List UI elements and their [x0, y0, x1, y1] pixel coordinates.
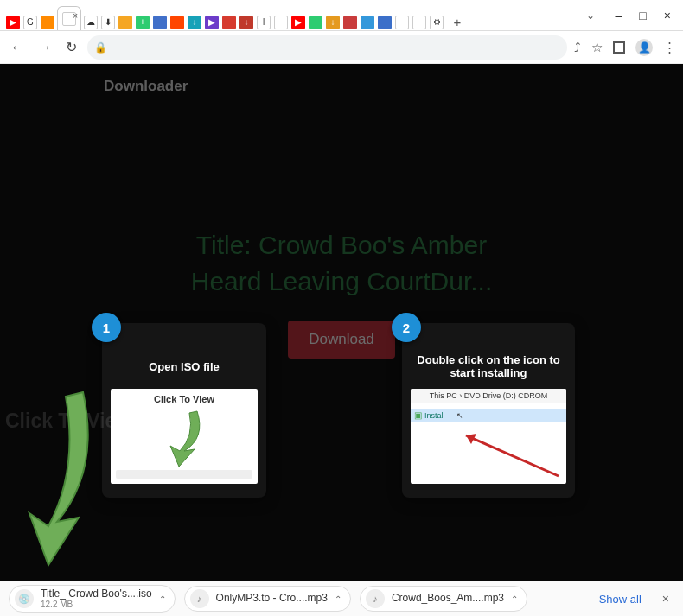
step2-breadcrumb: This PC › DVD Drive (D:) CDROM	[411, 389, 566, 403]
browser-tab-plus[interactable]: +	[135, 15, 150, 30]
browser-tab-grid[interactable]	[152, 15, 168, 30]
browser-tab-l[interactable]: l	[256, 15, 271, 30]
cloud-2-favicon-icon: ⬇	[101, 16, 115, 29]
download-filesize: 12.2 MB	[41, 600, 152, 609]
file-icon: 💿	[15, 589, 34, 608]
minimize-button[interactable]: –	[616, 9, 622, 22]
browser-tab-rss[interactable]	[40, 15, 55, 30]
download-filename: Crowd_Boos_Am....mp3	[392, 593, 504, 604]
down-orange-favicon-icon: ↓	[326, 16, 340, 29]
yt2-favicon-icon: ▶	[291, 16, 305, 29]
ym-favicon-icon	[343, 16, 357, 29]
youtube-favicon-icon: ▶	[6, 16, 20, 29]
gear-favicon-icon: ⚙	[430, 16, 444, 29]
browser-tab-youtube[interactable]: ▶	[5, 15, 21, 30]
browser-tab-down-teal[interactable]: ↓	[187, 15, 202, 30]
browser-tab-star[interactable]	[118, 15, 133, 30]
show-all-button[interactable]: Show all	[592, 589, 648, 609]
cloud-1-favicon-icon: ☁	[84, 16, 98, 29]
browser-tab-cloud-2[interactable]: ⬇	[100, 15, 116, 30]
page-content: Downloader Title: Crowd Boo's Amber Hear…	[0, 64, 683, 581]
mini-arrow-icon	[158, 408, 210, 468]
plus-favicon-icon: +	[136, 16, 150, 29]
grid-favicon-icon	[153, 16, 167, 29]
browser-tab-opera[interactable]	[221, 15, 237, 30]
browser-tab-cloud-1[interactable]: ☁	[83, 15, 99, 30]
big-arrow-icon	[5, 384, 109, 574]
download-item[interactable]: ♪OnlyMP3.to - Cro....mp3⌃	[184, 586, 351, 612]
bookmark-star-icon[interactable]: ☆	[591, 40, 603, 55]
download-filename: Title_ Crowd Boo's....iso	[41, 588, 152, 600]
step-image-2: This PC › DVD Drive (D:) CDROM Install↖	[411, 389, 566, 484]
window-title-bar: ▶G×☁⬇+↓▶↓l▶↓⚙+ ⌄ – □ ×	[0, 0, 683, 31]
download-menu-chevron-icon[interactable]: ⌃	[159, 594, 166, 604]
forward-button[interactable]: →	[35, 38, 55, 57]
globe-2-favicon-icon	[395, 16, 409, 29]
browser-tab-down-red[interactable]: ↓	[239, 15, 254, 30]
tab-strip: ▶G×☁⬇+↓▶↓l▶↓⚙+	[0, 1, 586, 30]
browser-tab-active[interactable]: ×	[57, 6, 81, 30]
browser-tab-google[interactable]: G	[22, 15, 38, 30]
file-icon: ♪	[190, 589, 209, 608]
green-favicon-icon	[309, 16, 322, 29]
browser-tab-globe-3[interactable]	[412, 15, 427, 30]
step-title-2: Double click on the icon to start instal…	[411, 352, 566, 380]
step-card-1: 1 Open ISO file Click To View	[102, 323, 266, 498]
toolbar-right: ⤴ ☆ 👤 ⋮	[574, 39, 676, 56]
browser-tab-globe-2[interactable]	[394, 15, 410, 30]
reddit-favicon-icon	[170, 16, 184, 29]
window-controls: – □ ×	[603, 9, 683, 22]
kebab-menu-icon[interactable]: ⋮	[663, 40, 676, 55]
sidepanel-icon[interactable]	[613, 41, 625, 54]
downloads-shelf: 💿Title_ Crowd Boo's....iso12.2 MB⌃♪OnlyM…	[0, 581, 683, 616]
share-icon[interactable]: ⤴	[574, 40, 581, 54]
opera-favicon-icon	[222, 16, 236, 29]
svg-line-0	[466, 435, 559, 476]
download-item[interactable]: 💿Title_ Crowd Boo's....iso12.2 MB⌃	[9, 585, 176, 613]
maximize-button[interactable]: □	[639, 9, 646, 22]
browser-tab-ym[interactable]	[342, 15, 358, 30]
browser-tab-globe-1[interactable]	[273, 15, 289, 30]
close-shelf-button[interactable]: ×	[657, 590, 674, 607]
close-window-button[interactable]: ×	[664, 9, 671, 22]
reload-button[interactable]: ↻	[62, 37, 80, 57]
globe-3-favicon-icon	[412, 16, 426, 29]
browser-tab-down-orange[interactable]: ↓	[325, 15, 341, 30]
step-title-1: Open ISO file	[111, 352, 258, 380]
step-badge-1: 1	[92, 313, 121, 342]
download-item[interactable]: ♪Crowd_Boos_Am....mp3⌃	[360, 586, 527, 612]
cloud-3-favicon-icon	[361, 16, 374, 29]
play-favicon-icon: ▶	[205, 16, 219, 29]
download-menu-chevron-icon[interactable]: ⌃	[335, 594, 342, 604]
step-badge-2: 2	[392, 313, 421, 342]
step-image-1: Click To View	[111, 389, 258, 484]
browser-tab-yt2[interactable]: ▶	[290, 15, 306, 30]
browser-tab-reddit[interactable]	[169, 15, 185, 30]
lock-icon: 🔒	[94, 41, 107, 54]
browser-tab-gear[interactable]: ⚙	[429, 15, 444, 30]
browser-tab-cloud-3[interactable]	[360, 15, 375, 30]
globe-1-favicon-icon	[274, 16, 288, 29]
step1-inner-label: Click To View	[154, 394, 214, 404]
bold-favicon-icon	[378, 16, 392, 29]
red-arrow-icon	[450, 429, 563, 480]
url-input[interactable]: 🔒	[87, 35, 567, 60]
down-red-favicon-icon: ↓	[239, 16, 253, 29]
close-tab-icon[interactable]: ×	[73, 11, 78, 21]
step2-row: Install↖	[411, 409, 566, 422]
file-icon: ♪	[366, 589, 385, 608]
download-filename: OnlyMP3.to - Cro....mp3	[216, 593, 328, 604]
back-button[interactable]: ←	[7, 38, 28, 57]
step-card-2: 2 Double click on the icon to start inst…	[402, 323, 575, 498]
address-bar: ← → ↻ 🔒 ⤴ ☆ 👤 ⋮	[0, 31, 683, 64]
profile-avatar[interactable]: 👤	[635, 39, 653, 56]
tabs-dropdown-button[interactable]: ⌄	[586, 10, 595, 22]
down-teal-favicon-icon: ↓	[188, 16, 201, 29]
browser-tab-green[interactable]	[308, 15, 323, 30]
browser-tab-play[interactable]: ▶	[204, 15, 220, 30]
download-menu-chevron-icon[interactable]: ⌃	[511, 594, 518, 604]
browser-tab-bold[interactable]	[377, 15, 393, 30]
star-favicon-icon	[118, 16, 132, 29]
new-tab-button[interactable]: +	[450, 15, 465, 30]
l-favicon-icon: l	[257, 16, 271, 29]
